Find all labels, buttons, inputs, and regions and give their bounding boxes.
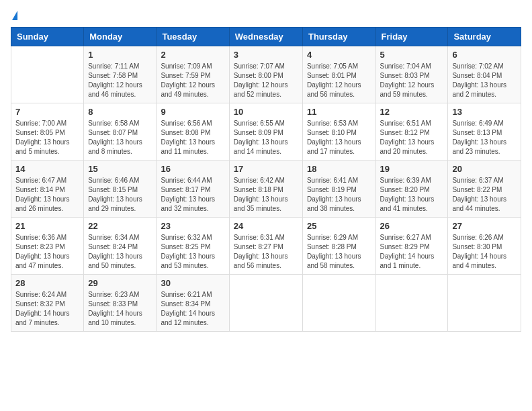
day-number: 27: [452, 221, 517, 231]
day-info: Sunrise: 6:34 AMSunset: 8:24 PMDaylight:…: [88, 233, 152, 271]
day-info: Sunrise: 6:24 AMSunset: 8:32 PMDaylight:…: [15, 290, 79, 328]
day-number: 2: [161, 50, 224, 60]
week-row-3: 14Sunrise: 6:47 AMSunset: 8:14 PMDayligh…: [11, 161, 521, 218]
calendar-cell: 20Sunrise: 6:37 AMSunset: 8:22 PMDayligh…: [448, 161, 521, 218]
calendar-cell: 10Sunrise: 6:55 AMSunset: 8:09 PMDayligh…: [229, 103, 302, 161]
header: [11, 11, 521, 20]
day-number: 1: [88, 50, 152, 60]
calendar-cell: 6Sunrise: 7:02 AMSunset: 8:04 PMDaylight…: [448, 46, 521, 103]
calendar-cell: 22Sunrise: 6:34 AMSunset: 8:24 PMDayligh…: [84, 218, 157, 275]
day-info: Sunrise: 6:46 AMSunset: 8:15 PMDaylight:…: [88, 176, 152, 214]
day-number: 14: [15, 164, 79, 174]
day-number: 18: [307, 164, 371, 174]
day-info: Sunrise: 7:05 AMSunset: 8:01 PMDaylight:…: [307, 62, 371, 99]
day-info: Sunrise: 6:36 AMSunset: 8:23 PMDaylight:…: [15, 233, 79, 271]
day-info: Sunrise: 6:51 AMSunset: 8:12 PMDaylight:…: [380, 119, 444, 156]
calendar: SundayMondayTuesdayWednesdayThursdayFrid…: [11, 27, 521, 332]
calendar-cell: 7Sunrise: 7:00 AMSunset: 8:05 PMDaylight…: [11, 103, 84, 161]
day-info: Sunrise: 7:00 AMSunset: 8:05 PMDaylight:…: [15, 119, 79, 156]
day-info: Sunrise: 6:23 AMSunset: 8:33 PMDaylight:…: [88, 290, 152, 328]
day-number: 20: [452, 164, 517, 174]
day-info: Sunrise: 7:04 AMSunset: 8:03 PMDaylight:…: [380, 62, 444, 99]
calendar-cell: 3Sunrise: 7:07 AMSunset: 8:00 PMDaylight…: [229, 46, 302, 103]
day-info: Sunrise: 6:55 AMSunset: 8:09 PMDaylight:…: [234, 119, 298, 156]
calendar-cell: 13Sunrise: 6:49 AMSunset: 8:13 PMDayligh…: [448, 103, 521, 161]
calendar-cell: 28Sunrise: 6:24 AMSunset: 8:32 PMDayligh…: [11, 275, 84, 332]
day-number: 8: [88, 107, 152, 117]
calendar-cell: 21Sunrise: 6:36 AMSunset: 8:23 PMDayligh…: [11, 218, 84, 275]
days-header-row: SundayMondayTuesdayWednesdayThursdayFrid…: [11, 28, 521, 46]
calendar-cell: 24Sunrise: 6:31 AMSunset: 8:27 PMDayligh…: [229, 218, 302, 275]
day-info: Sunrise: 6:58 AMSunset: 8:07 PMDaylight:…: [88, 119, 152, 156]
day-info: Sunrise: 6:39 AMSunset: 8:20 PMDaylight:…: [380, 176, 444, 214]
day-number: 15: [88, 164, 152, 174]
day-info: Sunrise: 6:32 AMSunset: 8:25 PMDaylight:…: [161, 233, 224, 271]
calendar-cell: 27Sunrise: 6:26 AMSunset: 8:30 PMDayligh…: [448, 218, 521, 275]
day-number: 16: [161, 164, 224, 174]
day-number: 4: [307, 50, 371, 60]
day-number: 21: [15, 221, 79, 231]
week-row-5: 28Sunrise: 6:24 AMSunset: 8:32 PMDayligh…: [11, 275, 521, 332]
day-number: 25: [307, 221, 371, 231]
day-info: Sunrise: 6:53 AMSunset: 8:10 PMDaylight:…: [307, 119, 371, 156]
calendar-cell: [11, 46, 84, 103]
day-number: 5: [380, 50, 444, 60]
day-info: Sunrise: 7:09 AMSunset: 7:59 PMDaylight:…: [161, 62, 224, 99]
day-number: 12: [380, 107, 444, 117]
day-number: 29: [88, 278, 152, 288]
day-number: 24: [234, 221, 298, 231]
day-info: Sunrise: 6:27 AMSunset: 8:29 PMDaylight:…: [380, 233, 444, 271]
calendar-cell: 19Sunrise: 6:39 AMSunset: 8:20 PMDayligh…: [375, 161, 448, 218]
calendar-cell: 30Sunrise: 6:21 AMSunset: 8:34 PMDayligh…: [157, 275, 229, 332]
day-info: Sunrise: 6:29 AMSunset: 8:28 PMDaylight:…: [307, 233, 371, 271]
day-number: 30: [161, 278, 224, 288]
day-header-tuesday: Tuesday: [157, 28, 229, 46]
day-header-saturday: Saturday: [448, 28, 521, 46]
day-info: Sunrise: 6:56 AMSunset: 8:08 PMDaylight:…: [161, 119, 224, 156]
calendar-cell: 9Sunrise: 6:56 AMSunset: 8:08 PMDaylight…: [157, 103, 229, 161]
day-number: 19: [380, 164, 444, 174]
day-info: Sunrise: 6:42 AMSunset: 8:18 PMDaylight:…: [234, 176, 298, 214]
calendar-cell: [302, 275, 375, 332]
day-number: 10: [234, 107, 298, 117]
day-number: 23: [161, 221, 224, 231]
calendar-cell: 25Sunrise: 6:29 AMSunset: 8:28 PMDayligh…: [302, 218, 375, 275]
day-number: 17: [234, 164, 298, 174]
calendar-cell: 2Sunrise: 7:09 AMSunset: 7:59 PMDaylight…: [157, 46, 229, 103]
day-info: Sunrise: 7:11 AMSunset: 7:58 PMDaylight:…: [88, 62, 152, 99]
day-info: Sunrise: 6:44 AMSunset: 8:17 PMDaylight:…: [161, 176, 224, 214]
day-number: 13: [452, 107, 517, 117]
week-row-2: 7Sunrise: 7:00 AMSunset: 8:05 PMDaylight…: [11, 103, 521, 161]
calendar-cell: 1Sunrise: 7:11 AMSunset: 7:58 PMDaylight…: [84, 46, 157, 103]
calendar-cell: 26Sunrise: 6:27 AMSunset: 8:29 PMDayligh…: [375, 218, 448, 275]
logo: [11, 11, 17, 20]
calendar-cell: 11Sunrise: 6:53 AMSunset: 8:10 PMDayligh…: [302, 103, 375, 161]
logo-icon: [12, 11, 17, 20]
calendar-cell: [448, 275, 521, 332]
day-header-monday: Monday: [84, 28, 157, 46]
day-number: 22: [88, 221, 152, 231]
day-info: Sunrise: 7:07 AMSunset: 8:00 PMDaylight:…: [234, 62, 298, 99]
calendar-cell: 12Sunrise: 6:51 AMSunset: 8:12 PMDayligh…: [375, 103, 448, 161]
day-number: 7: [15, 107, 79, 117]
day-info: Sunrise: 6:37 AMSunset: 8:22 PMDaylight:…: [452, 176, 517, 214]
calendar-cell: 14Sunrise: 6:47 AMSunset: 8:14 PMDayligh…: [11, 161, 84, 218]
week-row-1: 1Sunrise: 7:11 AMSunset: 7:58 PMDaylight…: [11, 46, 521, 103]
calendar-cell: 8Sunrise: 6:58 AMSunset: 8:07 PMDaylight…: [84, 103, 157, 161]
calendar-cell: [375, 275, 448, 332]
day-header-thursday: Thursday: [302, 28, 375, 46]
calendar-cell: 18Sunrise: 6:41 AMSunset: 8:19 PMDayligh…: [302, 161, 375, 218]
day-info: Sunrise: 6:26 AMSunset: 8:30 PMDaylight:…: [452, 233, 517, 271]
day-number: 28: [15, 278, 79, 288]
day-info: Sunrise: 6:41 AMSunset: 8:19 PMDaylight:…: [307, 176, 371, 214]
day-info: Sunrise: 6:47 AMSunset: 8:14 PMDaylight:…: [15, 176, 79, 214]
calendar-cell: 29Sunrise: 6:23 AMSunset: 8:33 PMDayligh…: [84, 275, 157, 332]
day-info: Sunrise: 6:49 AMSunset: 8:13 PMDaylight:…: [452, 119, 517, 156]
calendar-cell: 4Sunrise: 7:05 AMSunset: 8:01 PMDaylight…: [302, 46, 375, 103]
day-header-sunday: Sunday: [11, 28, 84, 46]
week-row-4: 21Sunrise: 6:36 AMSunset: 8:23 PMDayligh…: [11, 218, 521, 275]
calendar-cell: 17Sunrise: 6:42 AMSunset: 8:18 PMDayligh…: [229, 161, 302, 218]
day-number: 3: [234, 50, 298, 60]
day-number: 11: [307, 107, 371, 117]
day-header-wednesday: Wednesday: [229, 28, 302, 46]
